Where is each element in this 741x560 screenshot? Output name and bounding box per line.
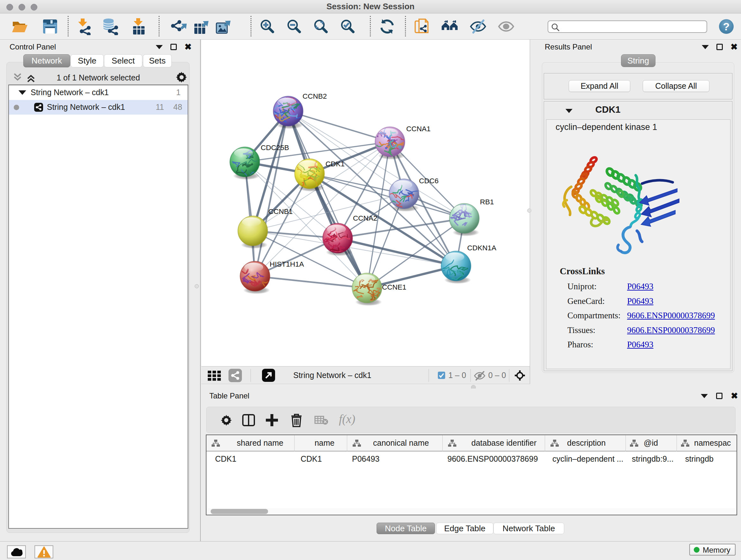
svg-text:HIST1H1A: HIST1H1A [270, 260, 304, 268]
svg-text:CCNA1: CCNA1 [406, 125, 430, 133]
svg-text:CCNA2: CCNA2 [353, 214, 377, 222]
svg-text:RB1: RB1 [480, 198, 494, 206]
svg-text:CDC6: CDC6 [419, 177, 439, 185]
svg-text:CDC25B: CDC25B [261, 144, 289, 152]
svg-text:CCNB1: CCNB1 [268, 207, 293, 215]
svg-text:CCNE1: CCNE1 [382, 283, 406, 291]
svg-text:CCNB2: CCNB2 [302, 92, 327, 100]
svg-text:CDKN1A: CDKN1A [467, 244, 496, 252]
svg-text:CDK1: CDK1 [326, 160, 345, 168]
